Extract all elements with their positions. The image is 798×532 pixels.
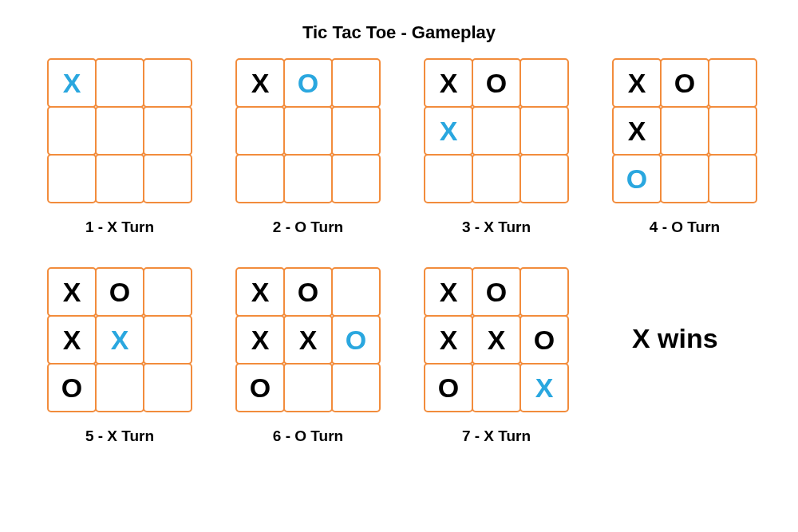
cell (95, 363, 144, 412)
cell (47, 106, 97, 156)
cell: O (472, 58, 521, 108)
cell (424, 154, 473, 203)
cell (143, 106, 192, 156)
board-caption: 2 - O Turn (273, 219, 343, 236)
mark-x: X (488, 326, 506, 353)
cell: X (47, 315, 97, 365)
mark-x: X (251, 326, 270, 353)
cell (235, 154, 285, 203)
cell (143, 363, 192, 412)
cell: X (95, 315, 144, 365)
cell: X (472, 315, 521, 365)
mark-o: O (61, 374, 82, 401)
board-caption: 5 - X Turn (85, 428, 154, 445)
board-1: X (48, 59, 192, 203)
cell (331, 363, 381, 412)
cell: X (519, 363, 569, 412)
board-7: XOXXOOX (425, 268, 568, 412)
cell: O (660, 58, 709, 108)
mark-o: O (298, 278, 318, 305)
board-wrapper-2: XO2 - O Turn (236, 59, 380, 236)
board-6: XOXXOO (236, 268, 380, 412)
boards-container: X1 - X TurnXO2 - O TurnXOX3 - X TurnXOXO… (0, 59, 798, 445)
mark-o: O (534, 326, 555, 353)
cell (283, 106, 333, 156)
cell: X (235, 267, 285, 317)
cell (47, 154, 97, 203)
board-caption: 3 - X Turn (462, 219, 531, 236)
cell (472, 106, 521, 156)
cell: X (424, 106, 473, 156)
mark-x: X (535, 374, 554, 401)
board-wrapper-6: XOXXOO6 - O Turn (236, 268, 380, 445)
mark-o: O (298, 69, 318, 97)
cell (143, 267, 192, 317)
cell: X (612, 58, 662, 108)
cell (519, 58, 569, 108)
boards-row-1: X1 - X TurnXO2 - O TurnXOX3 - X TurnXOXO… (48, 59, 750, 236)
mark-x: X (440, 326, 458, 353)
cell: O (519, 315, 569, 365)
cell (95, 154, 144, 203)
cell (235, 106, 285, 156)
cell: X (424, 315, 473, 365)
cell (143, 58, 192, 108)
mark-x: X (299, 326, 318, 353)
cell (331, 267, 381, 317)
mark-x: X (63, 326, 81, 353)
cell: X (283, 315, 333, 365)
cell (283, 154, 333, 203)
mark-x: X (440, 69, 458, 97)
cell: O (283, 267, 333, 317)
mark-x: X (251, 69, 270, 97)
cell (708, 154, 757, 203)
cell (331, 154, 381, 203)
cell (143, 154, 192, 203)
mark-o: O (674, 69, 695, 97)
mark-x: X (628, 117, 646, 144)
board-caption: 4 - O Turn (650, 219, 720, 236)
board-wrapper-3: XOX3 - X Turn (425, 59, 568, 236)
cell: X (424, 58, 473, 108)
cell (519, 154, 569, 203)
mark-x: X (63, 69, 81, 97)
board-4: XOXO (613, 59, 757, 203)
cell: O (612, 154, 662, 203)
cell: O (424, 363, 473, 412)
cell: X (612, 106, 662, 156)
cell (519, 106, 569, 156)
cell (143, 315, 192, 365)
board-3: XOX (425, 59, 568, 203)
cell: O (47, 363, 97, 412)
board-wrapper-4: XOXO4 - O Turn (613, 59, 757, 236)
mark-x: X (111, 326, 129, 353)
cell (472, 363, 521, 412)
result-text: X wins (632, 323, 718, 354)
mark-o: O (486, 69, 507, 97)
board-wrapper-1: X1 - X Turn (48, 59, 192, 236)
cell (95, 106, 144, 156)
cell: O (283, 58, 333, 108)
cell (660, 106, 709, 156)
cell: O (331, 315, 381, 365)
board-2: XO (236, 59, 380, 203)
cell: X (235, 58, 285, 108)
cell: X (47, 58, 97, 108)
cell: X (424, 267, 473, 317)
mark-o: O (438, 374, 459, 401)
mark-x: X (628, 69, 646, 97)
mark-o: O (250, 374, 271, 401)
board-caption: 7 - X Turn (462, 428, 531, 445)
board-caption: 1 - X Turn (85, 219, 154, 236)
board-wrapper-7: XOXXOOX7 - X Turn (425, 268, 568, 445)
board-caption: 6 - O Turn (273, 428, 343, 445)
mark-o: O (346, 326, 366, 353)
board-wrapper-5: XOXXO5 - X Turn (48, 268, 192, 445)
board-5: XOXXO (48, 268, 192, 412)
cell (708, 106, 757, 156)
mark-x: X (63, 278, 81, 305)
boards-row-2: XOXXO5 - X TurnXOXXOO6 - O TurnXOXXOOX7 … (48, 268, 750, 445)
mark-o: O (626, 165, 647, 192)
mark-o: O (109, 278, 130, 305)
mark-x: X (251, 278, 270, 305)
